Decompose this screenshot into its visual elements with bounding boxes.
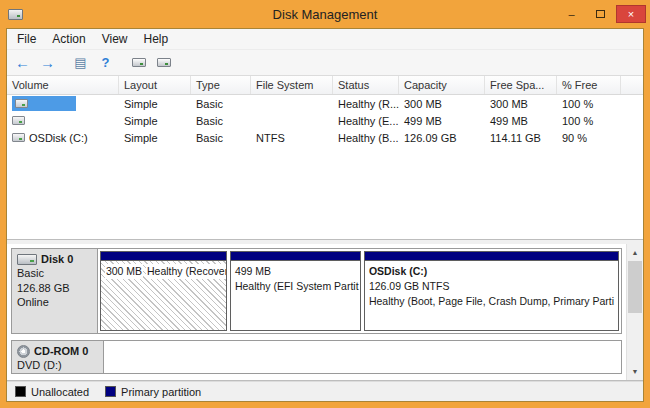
cell-free-space: 114.11 GB xyxy=(485,132,557,144)
partitions-area: 300 MB Healthy (Recovery Parti 499 MB He… xyxy=(98,249,621,333)
cell-volume: OSDisk (C:) xyxy=(7,132,119,144)
cell-free-space: 499 MB xyxy=(485,115,557,127)
graphical-view-pane: Disk 0 Basic 126.88 GB Online 300 MB Hea… xyxy=(7,244,643,381)
maximize-icon xyxy=(596,10,605,18)
maximize-button[interactable] xyxy=(587,5,614,23)
disk-kind: Basic xyxy=(17,266,92,280)
volume-name: OSDisk (C:) xyxy=(29,132,88,144)
column-header-pct-free[interactable]: % Free xyxy=(557,76,621,94)
disk-icon xyxy=(17,254,37,265)
partition-status: Healthy (EFI System Partit xyxy=(235,279,356,294)
cell-pct-free: 90 % xyxy=(557,132,621,144)
partition-status: Healthy (Boot, Page File, Crash Dump, Pr… xyxy=(369,294,614,309)
partition-size: 126.09 GB NTFS xyxy=(369,279,614,294)
cell-capacity: 300 MB xyxy=(399,98,485,110)
forward-button[interactable]: → xyxy=(36,52,59,73)
disk-view-icon xyxy=(157,58,171,67)
column-header-free-space[interactable]: Free Spa... xyxy=(485,76,557,94)
volume-icon xyxy=(12,133,25,142)
disk-view-button[interactable] xyxy=(152,52,175,73)
forward-icon: → xyxy=(40,55,55,70)
disk-size: 126.88 GB xyxy=(17,281,92,295)
menubar: File Action View Help xyxy=(7,29,643,50)
legend-bar: Unallocated Primary partition xyxy=(7,381,643,401)
disk-label[interactable]: Disk 0 Basic 126.88 GB Online xyxy=(12,249,98,333)
cell-type: Basic xyxy=(191,132,251,144)
window-controls: – × xyxy=(558,5,646,23)
menu-file[interactable]: File xyxy=(9,29,44,49)
cell-type: Basic xyxy=(191,115,251,127)
menu-help[interactable]: Help xyxy=(136,29,177,49)
table-row[interactable]: Simple Basic Healthy (E... 499 MB 499 MB… xyxy=(7,112,643,129)
cell-layout: Simple xyxy=(119,115,191,127)
partition-status: Healthy (Recovery Parti xyxy=(146,264,226,279)
column-header-volume[interactable]: Volume xyxy=(7,76,119,94)
cdrom-media-area xyxy=(104,341,621,373)
column-header-layout[interactable]: Layout xyxy=(119,76,191,94)
volume-table-header: Volume Layout Type File System Status Ca… xyxy=(7,76,643,95)
column-header-type[interactable]: Type xyxy=(191,76,251,94)
menu-action[interactable]: Action xyxy=(44,29,93,49)
column-header-file-system[interactable]: File System xyxy=(251,76,333,94)
legend-label: Primary partition xyxy=(121,386,201,398)
help-icon: ? xyxy=(102,56,110,69)
table-row[interactable]: Simple Basic Healthy (R... 300 MB 300 MB… xyxy=(7,95,643,112)
toolbar: ← → ▤ ? xyxy=(7,50,643,76)
partition-osdisk[interactable]: OSDisk (C:) 126.09 GB NTFS Healthy (Boot… xyxy=(364,251,619,331)
disk-strip: Disk 0 Basic 126.88 GB Online 300 MB Hea… xyxy=(11,248,622,334)
volume-list-pane: Volume Layout Type File System Status Ca… xyxy=(7,76,643,240)
cell-pct-free: 100 % xyxy=(557,115,621,127)
vertical-scrollbar[interactable]: ▲ ▼ xyxy=(626,244,643,380)
disk-name: Disk 0 xyxy=(41,252,73,266)
column-header-status[interactable]: Status xyxy=(333,76,399,94)
cell-capacity: 499 MB xyxy=(399,115,485,127)
cell-status: Healthy (R... xyxy=(333,98,399,110)
scrollbar-track[interactable] xyxy=(627,261,643,363)
menu-view[interactable]: View xyxy=(94,29,136,49)
console-tree-button[interactable]: ▤ xyxy=(69,52,92,73)
minimize-button[interactable]: – xyxy=(558,5,585,23)
cell-status: Healthy (B... xyxy=(333,132,399,144)
legend-label: Unallocated xyxy=(31,386,89,398)
partition-name: OSDisk (C:) xyxy=(369,264,614,279)
scrollbar-thumb[interactable] xyxy=(628,261,642,313)
unallocated-swatch-icon xyxy=(15,386,26,397)
cell-type: Basic xyxy=(191,98,251,110)
titlebar[interactable]: Disk Management – × xyxy=(0,0,650,28)
app-icon xyxy=(8,9,23,20)
partition-info: 300 MB Healthy (Recovery Parti xyxy=(101,261,226,330)
scroll-down-icon[interactable]: ▼ xyxy=(627,363,643,380)
partition-color-bar xyxy=(101,252,226,261)
partition-color-bar xyxy=(365,252,618,261)
legend-primary-partition: Primary partition xyxy=(105,386,201,398)
partition-info: 499 MB Healthy (EFI System Partit xyxy=(231,261,360,330)
cdrom-kind: DVD (D:) xyxy=(17,358,98,372)
close-button[interactable]: × xyxy=(616,5,646,23)
cell-capacity: 126.09 GB xyxy=(399,132,485,144)
disk-list-icon xyxy=(132,58,146,67)
table-row[interactable]: OSDisk (C:) Simple Basic NTFS Healthy (B… xyxy=(7,129,643,146)
scroll-up-icon[interactable]: ▲ xyxy=(627,244,643,261)
disk-management-window: Disk Management – × File Action View Hel… xyxy=(0,0,650,408)
cdrom-label[interactable]: CD-ROM 0 DVD (D:) xyxy=(12,341,104,373)
partition-color-bar xyxy=(231,252,360,261)
client-area: File Action View Help ← → ▤ ? Volume Lay… xyxy=(6,28,644,402)
cdrom-name: CD-ROM 0 xyxy=(34,344,88,358)
column-header-capacity[interactable]: Capacity xyxy=(399,76,485,94)
primary-partition-swatch-icon xyxy=(105,386,116,397)
partition-efi[interactable]: 499 MB Healthy (EFI System Partit xyxy=(230,251,361,331)
selected-volume-highlight[interactable] xyxy=(12,96,76,111)
cell-layout: Simple xyxy=(119,98,191,110)
cell-free-space: 300 MB xyxy=(485,98,557,110)
disk-list-button[interactable] xyxy=(127,52,150,73)
back-button[interactable]: ← xyxy=(11,52,34,73)
window-title: Disk Management xyxy=(0,7,650,22)
disk-strip: CD-ROM 0 DVD (D:) xyxy=(11,340,622,374)
cell-file-system: NTFS xyxy=(251,132,333,144)
legend-unallocated: Unallocated xyxy=(15,386,89,398)
cdrom-icon xyxy=(17,345,30,358)
volume-icon xyxy=(12,116,25,125)
partition-size: 499 MB xyxy=(235,264,356,279)
help-button[interactable]: ? xyxy=(94,52,117,73)
partition-recovery[interactable]: 300 MB Healthy (Recovery Parti xyxy=(100,251,227,331)
